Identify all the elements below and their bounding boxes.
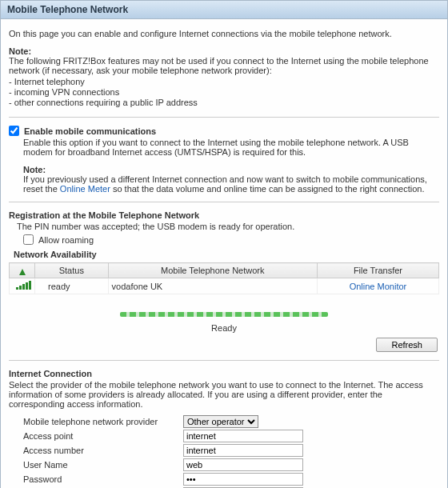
internet-heading: Internet Connection <box>9 369 439 378</box>
online-meter-link[interactable]: Online Meter <box>60 184 110 194</box>
note-block-features: Note: The following FRITZ!Box features m… <box>9 46 439 107</box>
signal-icon <box>16 281 31 290</box>
enable-mobile-checkbox[interactable] <box>9 126 19 136</box>
registration-status: The PIN number was accepted; the USB mod… <box>17 222 439 231</box>
col-status: Status <box>35 263 109 278</box>
separator <box>9 117 439 118</box>
access-number-label: Access number <box>23 446 183 455</box>
allow-roaming-checkbox[interactable] <box>23 234 34 245</box>
col-icon <box>10 263 35 278</box>
table-row: ready vodafone UK Online Monitor <box>10 278 439 294</box>
cell-status: ready <box>35 278 109 294</box>
separator <box>9 360 439 361</box>
provider-label: Mobile telephone network provider <box>23 417 183 426</box>
availability-heading: Network Availability <box>14 250 439 259</box>
access-point-label: Access point <box>23 431 183 441</box>
intro-text: On this page you can enable and configur… <box>9 29 439 38</box>
enable-note-text: If you previously used a different Inter… <box>23 174 439 194</box>
provider-select[interactable]: Other operator <box>183 415 258 428</box>
enable-note-heading: Note: <box>23 165 439 174</box>
progress-label: Ready <box>9 323 439 333</box>
cell-network: vodafone UK <box>108 278 317 294</box>
progress-bar <box>120 312 328 317</box>
enable-mobile-desc: Enable this option if you want to connec… <box>23 138 439 157</box>
antenna-icon <box>19 269 26 275</box>
username-label: User Name <box>23 460 183 470</box>
online-monitor-link[interactable]: Online Monitor <box>350 282 407 291</box>
refresh-button[interactable]: Refresh <box>376 338 438 352</box>
password-label: Password <box>23 474 183 484</box>
access-point-input[interactable] <box>183 430 303 442</box>
enable-mobile-label: Enable mobile communications <box>24 126 156 136</box>
col-network: Mobile Telephone Network <box>108 263 317 278</box>
note-item: - Internet telephony <box>9 77 439 86</box>
col-transfer: File Transfer <box>317 263 438 278</box>
username-input[interactable] <box>183 458 303 471</box>
note-item: - incoming VPN connections <box>9 87 439 97</box>
note-text: The following FRITZ!Box features may not… <box>9 56 439 75</box>
note-heading: Note: <box>9 46 439 56</box>
enable-note-post: so that the data volume and online time … <box>110 184 425 194</box>
separator <box>9 202 439 202</box>
registration-heading: Registration at the Mobile Telephone Net… <box>9 210 439 220</box>
internet-desc: Select the provider of the mobile teleph… <box>9 380 439 409</box>
page-title: Mobile Telephone Network <box>1 0 447 19</box>
password-input[interactable] <box>183 473 303 486</box>
note-item: - other connections requiring a public I… <box>9 98 439 107</box>
access-number-input[interactable] <box>183 444 303 457</box>
availability-table: Status Mobile Telephone Network File Tra… <box>9 262 439 294</box>
allow-roaming-label: Allow roaming <box>38 235 94 245</box>
